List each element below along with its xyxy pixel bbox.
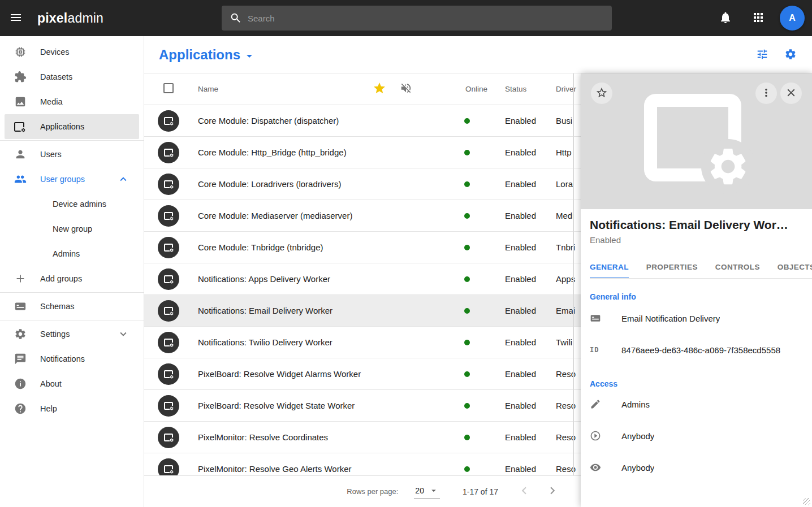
column-header-status[interactable]: Status [496, 85, 547, 93]
chevron-up-icon [117, 173, 129, 185]
sidebar-item-notifications[interactable]: Notifications [0, 346, 144, 371]
cell-driver: Reso [547, 401, 581, 410]
favorite-button[interactable] [591, 83, 612, 104]
cell-status: Enabled [496, 401, 547, 410]
cell-status: Enabled [496, 148, 547, 157]
notifications-bell-button[interactable] [714, 7, 737, 29]
sidebar-item-add-groups[interactable]: Add groups [0, 266, 144, 291]
online-indicator [464, 213, 470, 219]
info-row: Admins [590, 388, 803, 420]
table-settings-button[interactable] [784, 48, 797, 62]
hamburger-icon [9, 11, 23, 26]
more-options-button[interactable] [755, 83, 777, 104]
top-bar-actions: A [714, 0, 805, 36]
previous-page-button[interactable] [513, 480, 535, 503]
sidebar-item-about[interactable]: About [0, 371, 144, 396]
table-row[interactable]: PixelBoard: Resolve Widget Alarms Worker… [144, 358, 581, 390]
mute-column-icon[interactable] [400, 88, 412, 96]
sidebar-item-label: Add groups [40, 274, 82, 283]
sidebar-item-devices[interactable]: Devices [0, 40, 144, 64]
next-page-button[interactable] [541, 480, 564, 503]
online-indicator [464, 435, 470, 440]
page-title-dropdown[interactable]: Applications [159, 47, 256, 63]
cell-status: Enabled [496, 274, 547, 284]
filter-columns-button[interactable] [755, 48, 769, 62]
apps-grid-button[interactable] [747, 7, 770, 29]
cell-status: Enabled [496, 306, 547, 315]
table-row[interactable]: Core Module: Dispatcher (dispatcher)Enab… [144, 105, 581, 137]
tab-properties[interactable]: PROPERTIES [646, 257, 698, 279]
cell-driver: Reso [547, 464, 581, 474]
cell-status: Enabled [496, 337, 547, 347]
table-scrollbar[interactable] [573, 73, 574, 475]
online-indicator [464, 118, 470, 124]
media-icon [14, 96, 28, 108]
table-row[interactable]: Core Module: Tnbridge (tnbridge)EnabledT… [144, 232, 581, 263]
tab-objects[interactable]: OBJECTS [778, 257, 812, 279]
table-row[interactable]: PixelMonitor: Resolve CoordinatesEnabled… [144, 422, 581, 453]
logo-light: admin [67, 11, 103, 25]
search-bar[interactable] [222, 6, 612, 31]
select-all-checkbox[interactable] [163, 83, 174, 93]
column-header-driver[interactable]: Driver [547, 85, 581, 93]
rows-per-page-label: Rows per page: [347, 487, 398, 496]
plus-icon [14, 272, 28, 285]
sidebar-item-datasets[interactable]: Datasets [0, 64, 144, 89]
info-row: Anybody [590, 452, 803, 483]
apps-grid-icon [751, 11, 765, 26]
cell-status: Enabled [496, 432, 547, 442]
table-row[interactable]: Core Module: Loradrivers (loradrivers)En… [144, 168, 581, 200]
panel-resize-handle[interactable] [803, 498, 810, 505]
cell-name: PixelBoard: Resolve Widget State Worker [193, 401, 373, 410]
pagination-bar: Rows per page: 20 1-17 of 17 [144, 475, 581, 507]
sidebar-item-new-group[interactable]: New group [0, 216, 144, 241]
sidebar-item-label: Notifications [40, 354, 85, 363]
sidebar-item-settings[interactable]: Settings [0, 322, 144, 346]
table-row[interactable]: Notifications: Twilio Delivery WorkerEna… [144, 327, 581, 358]
table-row[interactable]: Core Module: Http_Bridge (http_bridge)En… [144, 137, 581, 168]
info-row: Anybody [590, 420, 803, 452]
close-panel-button[interactable] [780, 83, 802, 104]
cell-name: Core Module: Tnbridge (tnbridge) [193, 242, 373, 252]
table-row[interactable]: Notifications: Email Delivery WorkerEnab… [144, 295, 581, 327]
application-icon [158, 427, 179, 448]
rows-per-page-select[interactable]: 20 [414, 484, 440, 499]
content-toolbar [755, 48, 797, 62]
info-row: Email Notification Delivery [590, 302, 803, 334]
info-text: 8476aee9-de63-486c-a069-7f358ecd5558 [621, 345, 780, 355]
favorite-column-icon[interactable] [373, 88, 386, 97]
table-row[interactable]: PixelBoard: Resolve Widget State WorkerE… [144, 390, 581, 422]
sidebar-item-label: Media [40, 97, 63, 106]
sidebar-item-applications[interactable]: Applications [5, 114, 139, 139]
info-text: Admins [621, 400, 650, 409]
menu-button[interactable] [5, 7, 27, 29]
detail-panel: Notifications: Email Delivery Wor… Enabl… [581, 73, 812, 507]
sidebar-item-media[interactable]: Media [0, 89, 144, 114]
cell-driver: Medi [547, 211, 581, 220]
detail-status: Enabled [590, 235, 803, 245]
sidebar-item-help[interactable]: Help [0, 396, 144, 421]
tab-general[interactable]: GENERAL [590, 257, 629, 279]
application-icon [158, 458, 179, 476]
tab-controls[interactable]: CONTROLS [715, 257, 760, 279]
sidebar-item-admins[interactable]: Admins [0, 241, 144, 266]
sidebar-item-label: Settings [40, 330, 70, 339]
sidebar-item-device-admins[interactable]: Device admins [0, 192, 144, 216]
table-row[interactable]: PixelMonitor: Resolve Geo Alerts WorkerE… [144, 453, 581, 475]
table-row[interactable]: Core Module: Mediaserver (mediaserver)En… [144, 200, 581, 232]
sidebar-item-schemas[interactable]: Schemas [0, 294, 144, 319]
sidebar-item-label: About [40, 379, 62, 388]
schema-icon [14, 300, 28, 313]
sidebar-item-label: User groups [40, 175, 85, 184]
sidebar-item-user-groups[interactable]: User groups [0, 167, 144, 192]
applications-icon [14, 120, 28, 133]
online-indicator [464, 403, 470, 409]
sidebar-item-users[interactable]: Users [0, 142, 144, 167]
column-header-online[interactable]: Online [456, 85, 496, 93]
search-input[interactable] [248, 14, 604, 23]
play-icon [590, 430, 603, 441]
column-header-name[interactable]: Name [193, 85, 373, 93]
table-row[interactable]: Notifications: Apps Delivery WorkerEnabl… [144, 263, 581, 295]
avatar[interactable]: A [780, 6, 805, 31]
sidebar-divider [0, 320, 144, 320]
